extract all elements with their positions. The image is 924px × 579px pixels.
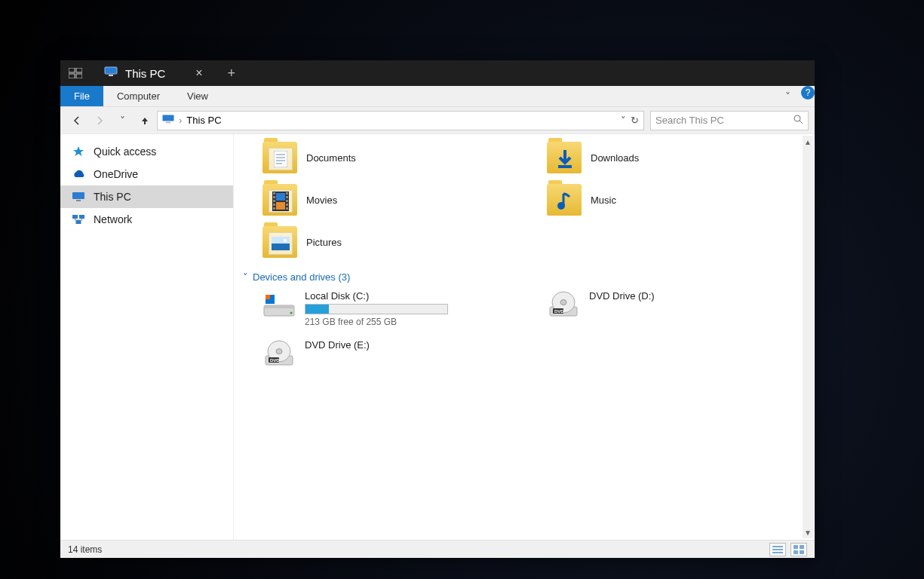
- drive-label: DVD Drive (D:): [589, 290, 655, 302]
- drives-grid: Local Disk (C:) 213 GB free of 255 GB DV…: [262, 290, 801, 370]
- navigation-bar: ˅ › This PC ˅ ↻ Search This PC: [60, 107, 815, 134]
- svg-rect-7: [166, 122, 170, 124]
- ribbon-file-tab[interactable]: File: [60, 86, 103, 106]
- folder-label: Pictures: [306, 237, 342, 248]
- capacity-text: 213 GB free of 255 GB: [305, 317, 456, 327]
- svg-rect-14: [79, 215, 84, 219]
- svg-rect-43: [266, 295, 270, 299]
- forward-button[interactable]: [89, 110, 110, 131]
- drive-label: DVD Drive (E:): [305, 339, 370, 351]
- sets-taskview-icon[interactable]: [60, 68, 91, 78]
- svg-rect-12: [76, 200, 81, 201]
- search-input[interactable]: Search This PC: [650, 111, 809, 130]
- devices-section-header[interactable]: ˅ Devices and drives (3): [243, 271, 801, 283]
- star-icon: [71, 146, 86, 158]
- status-bar: 14 items: [60, 540, 815, 558]
- file-explorer-window: This PC × + File Computer View ˅ ? ˅ › T…: [60, 60, 815, 558]
- scroll-up-icon[interactable]: ▲: [803, 136, 813, 148]
- folder-pictures[interactable]: Pictures: [262, 226, 517, 258]
- svg-rect-13: [72, 215, 78, 219]
- music-folder-icon: [547, 184, 582, 216]
- view-details-button[interactable]: [769, 543, 786, 556]
- movies-folder-icon: [262, 184, 297, 216]
- sidebar-item-network[interactable]: Network: [60, 208, 233, 231]
- folder-label: Music: [591, 195, 616, 206]
- tab-close-icon[interactable]: ×: [195, 66, 202, 80]
- folder-label: Downloads: [591, 152, 639, 164]
- address-bar[interactable]: › This PC ˅ ↻: [157, 111, 644, 130]
- svg-text:DVD: DVD: [554, 309, 564, 314]
- folder-music[interactable]: Music: [547, 184, 801, 216]
- drive-dvd-d[interactable]: DVD DVD Drive (D:): [547, 290, 801, 327]
- sidebar-item-this-pc[interactable]: This PC: [60, 185, 233, 208]
- capacity-bar: [305, 304, 448, 314]
- refresh-icon[interactable]: ↻: [631, 115, 639, 126]
- svg-rect-2: [69, 74, 75, 78]
- sidebar-item-label: Network: [94, 213, 132, 225]
- documents-folder-icon: [262, 142, 297, 173]
- chevron-down-icon: ˅: [243, 271, 248, 283]
- back-button[interactable]: [66, 110, 87, 131]
- recent-locations-button[interactable]: ˅: [112, 110, 133, 131]
- ribbon-computer-tab[interactable]: Computer: [103, 86, 173, 106]
- this-pc-icon: [162, 115, 174, 126]
- folder-label: Documents: [306, 152, 356, 164]
- svg-rect-4: [105, 67, 117, 74]
- scroll-down-icon[interactable]: ▼: [803, 526, 813, 538]
- folder-movies[interactable]: Movies: [262, 184, 517, 216]
- tab-title: This PC: [125, 67, 165, 80]
- window-tab[interactable]: This PC ×: [91, 66, 216, 80]
- dvd-drive-icon: DVD: [262, 339, 296, 370]
- svg-rect-40: [264, 305, 294, 308]
- svg-rect-0: [69, 68, 75, 72]
- svg-rect-30: [286, 200, 288, 202]
- this-pc-icon: [104, 66, 118, 80]
- new-tab-button[interactable]: +: [216, 66, 247, 81]
- sidebar-item-label: OneDrive: [94, 168, 138, 180]
- chevron-right-icon: ›: [179, 115, 182, 126]
- drive-local-disk-c[interactable]: Local Disk (C:) 213 GB free of 255 GB: [262, 290, 517, 327]
- search-icon: [794, 115, 803, 127]
- svg-text:DVD: DVD: [270, 358, 280, 363]
- svg-rect-28: [286, 192, 288, 195]
- svg-rect-23: [273, 192, 275, 195]
- help-icon[interactable]: ?: [801, 86, 815, 100]
- address-dropdown-icon[interactable]: ˅: [621, 115, 626, 126]
- svg-rect-5: [109, 75, 113, 76]
- folder-downloads[interactable]: Downloads: [547, 142, 801, 173]
- this-pc-icon: [71, 191, 86, 202]
- svg-rect-16: [274, 151, 287, 167]
- vertical-scrollbar[interactable]: ▲ ▼: [803, 136, 813, 538]
- svg-rect-25: [273, 200, 275, 202]
- folder-documents[interactable]: Documents: [262, 142, 517, 173]
- svg-rect-15: [76, 220, 81, 224]
- sidebar-item-quick-access[interactable]: Quick access: [60, 140, 233, 163]
- cloud-icon: [71, 170, 86, 179]
- svg-rect-29: [286, 196, 288, 198]
- devices-section-title: Devices and drives (3): [253, 271, 350, 283]
- breadcrumb-location[interactable]: This PC: [186, 115, 221, 126]
- ribbon-expand-icon[interactable]: ˅: [777, 86, 798, 107]
- drive-dvd-e[interactable]: DVD DVD Drive (E:): [262, 339, 517, 370]
- svg-rect-34: [276, 202, 285, 210]
- status-item-count: 14 items: [68, 544, 102, 555]
- svg-point-46: [560, 300, 566, 305]
- svg-rect-21: [558, 165, 572, 168]
- svg-rect-24: [273, 196, 275, 198]
- svg-rect-33: [276, 193, 285, 201]
- svg-rect-6: [163, 115, 174, 121]
- titlebar: This PC × +: [60, 60, 815, 86]
- network-icon: [71, 214, 86, 225]
- svg-rect-3: [76, 74, 82, 78]
- capacity-fill: [305, 305, 329, 314]
- ribbon-view-tab[interactable]: View: [173, 86, 222, 106]
- svg-rect-26: [273, 204, 275, 206]
- svg-point-38: [284, 239, 287, 242]
- svg-point-51: [276, 349, 282, 354]
- svg-rect-1: [76, 68, 82, 72]
- ribbon-tabs: File Computer View ˅ ?: [60, 86, 815, 107]
- view-large-icons-button[interactable]: [790, 543, 807, 556]
- svg-marker-10: [73, 146, 84, 156]
- sidebar-item-onedrive[interactable]: OneDrive: [60, 163, 233, 185]
- up-button[interactable]: [134, 110, 155, 131]
